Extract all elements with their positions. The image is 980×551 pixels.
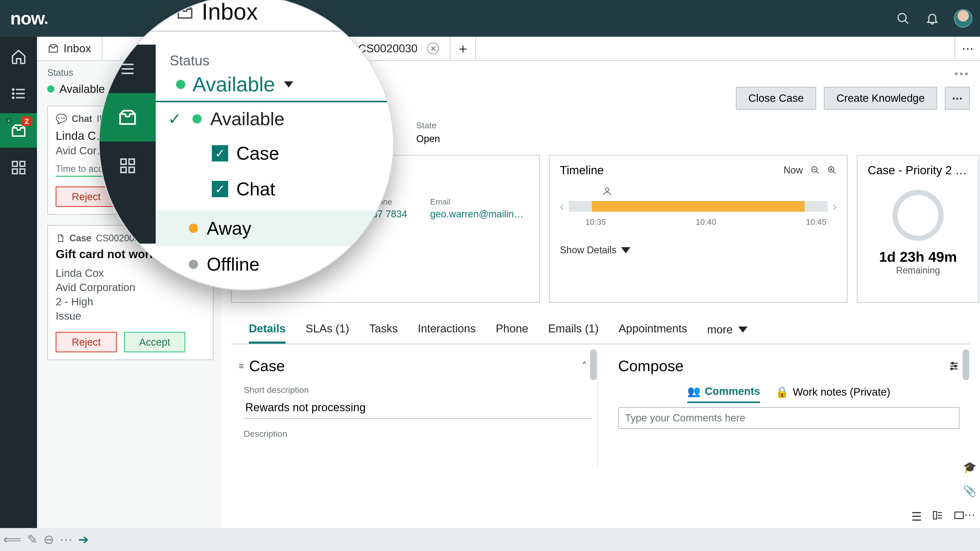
tab-interactions[interactable]: Interactions — [418, 322, 476, 344]
chevron-up-icon[interactable]: ˄ — [582, 360, 587, 372]
chevron-left-icon[interactable]: ‹ — [560, 200, 564, 213]
svg-rect-9 — [20, 162, 25, 166]
page-actions: Close Case Create Knowledge ⋯ — [736, 87, 970, 110]
pencil-icon[interactable]: ✎ — [27, 532, 38, 547]
scrollbar[interactable] — [590, 349, 597, 380]
status-option-available[interactable]: ✓ Available — [166, 108, 285, 129]
new-tab-button[interactable]: ＋ — [450, 37, 476, 60]
sla-gauge-icon — [892, 190, 943, 241]
lens-rail-inbox[interactable] — [100, 93, 156, 141]
attachment-icon[interactable]: 📎 — [963, 485, 977, 497]
status-dot-icon — [189, 224, 198, 233]
user-avatar[interactable] — [954, 9, 972, 27]
circle-minus-icon[interactable]: ⊖ — [43, 532, 54, 547]
timeline-ticks: 10:35 10:40 10:45 — [585, 218, 826, 227]
chevron-down-icon — [284, 81, 293, 87]
tab-inbox[interactable]: Inbox — [37, 37, 103, 60]
detail-compose-row: ≡ Case ˄ Short description Description C… — [221, 345, 980, 467]
channel-toggle-chat[interactable]: ✓ Chat — [212, 179, 275, 200]
tab-slas[interactable]: SLAs (1) — [305, 322, 349, 344]
search-icon[interactable] — [895, 11, 911, 26]
settings-icon[interactable] — [948, 360, 959, 372]
email-value[interactable]: geo.warren@mailin… — [430, 209, 523, 220]
lock-icon: 🔒 — [775, 386, 789, 398]
page-actions-more[interactable]: ⋯ — [945, 87, 970, 110]
lens-status-label: Status — [170, 52, 210, 68]
rail-home[interactable] — [0, 39, 37, 74]
tabstrip-overflow[interactable]: ⋯ — [955, 37, 980, 60]
view-split-icon[interactable] — [932, 510, 943, 524]
scrollbar[interactable] — [963, 349, 969, 380]
tab-details[interactable]: Details — [249, 322, 286, 344]
svg-point-7 — [13, 97, 14, 98]
magnifier-overlay: Inbox Status Available ✓ Available — [100, 0, 393, 289]
tab-phone[interactable]: Phone — [496, 322, 528, 344]
main-overflow-icon[interactable]: ••• — [955, 68, 970, 79]
svg-line-19 — [833, 171, 835, 174]
tab-emails[interactable]: Emails (1) — [548, 322, 599, 344]
view-list-icon[interactable]: ☰ — [912, 510, 922, 524]
timeline-track: ‹ › — [560, 200, 837, 213]
section-title[interactable]: ≡ Case — [239, 357, 285, 375]
rail-list[interactable] — [0, 76, 37, 111]
view-card-icon[interactable] — [953, 510, 965, 524]
rail-inbox-badge: 2 — [21, 116, 32, 126]
check-icon: ✓ — [166, 110, 184, 128]
lens-status-selected: Available — [192, 73, 275, 96]
svg-rect-27 — [934, 511, 937, 519]
rail-inbox[interactable]: 2 — [0, 113, 37, 148]
comments-placeholder: Type your Comments here — [625, 412, 745, 424]
card-category: Issue — [56, 310, 205, 322]
overflow-icon[interactable]: ⋯ — [964, 508, 975, 521]
option-label: Available — [210, 108, 285, 129]
timeline-bar[interactable] — [569, 201, 828, 212]
close-icon[interactable]: ✕ — [427, 43, 439, 54]
svg-line-15 — [816, 171, 819, 174]
education-icon[interactable]: 🎓 — [963, 461, 977, 473]
chevron-right-icon[interactable]: › — [833, 200, 837, 213]
tab-appointments[interactable]: Appointments — [619, 322, 687, 344]
sla-time-remaining: 1d 23h 49m — [868, 248, 968, 265]
show-details-toggle[interactable]: Show Details — [560, 245, 837, 256]
tab-inbox-label: Inbox — [64, 42, 91, 55]
svg-rect-36 — [129, 159, 134, 164]
arrow-right-icon[interactable]: ➔ — [78, 532, 89, 547]
top-app-bar: now — [0, 0, 980, 37]
tab-more[interactable]: more — [707, 322, 748, 344]
compose-tab-worknotes[interactable]: 🔒 Work notes (Private) — [775, 386, 890, 402]
compose-title: Compose — [618, 357, 684, 375]
brand-logo: now — [10, 8, 45, 29]
status-option-offline[interactable]: Offline — [189, 254, 259, 275]
compose-tab-comments[interactable]: 👥 Comments — [687, 385, 760, 403]
option-label: Away — [207, 218, 251, 239]
timeline-now[interactable]: Now — [783, 165, 803, 176]
sla-title: Case - Priority 2 re… — [868, 163, 968, 177]
short-description-input[interactable] — [244, 397, 592, 419]
lens-rail-apps[interactable] — [100, 141, 156, 190]
tab-tasks[interactable]: Tasks — [369, 322, 398, 344]
presence-dot-icon — [6, 118, 11, 123]
lens-status-selector[interactable]: Available — [176, 73, 293, 96]
arrow-left-icon[interactable]: ⟸ — [3, 532, 21, 547]
compose-tab-comments-label: Comments — [705, 385, 760, 397]
detail-tablist: Details SLAs (1) Tasks Interactions Phon… — [231, 310, 970, 345]
reject-button[interactable]: Reject — [56, 332, 117, 352]
accept-button[interactable]: Accept — [124, 332, 185, 352]
svg-point-6 — [13, 93, 14, 94]
rail-apps[interactable] — [0, 150, 37, 185]
channel-toggle-case[interactable]: ✓ Case — [212, 143, 279, 164]
bell-icon[interactable] — [924, 11, 940, 26]
close-case-button[interactable]: Close Case — [736, 87, 816, 110]
zoom-in-icon[interactable] — [827, 165, 837, 175]
zoom-out-icon[interactable] — [811, 165, 820, 175]
create-knowledge-button[interactable]: Create Knowledge — [824, 87, 937, 110]
card-company: Avid Corporation — [56, 281, 205, 294]
drag-handle-icon[interactable]: ≡ — [239, 361, 244, 372]
left-icon-rail: 2 — [0, 37, 37, 551]
sla-panel: Case - Priority 2 re… 1d 23h 49m Remaini… — [857, 155, 979, 303]
dots-circle-icon[interactable]: ⋯ — [60, 532, 73, 547]
status-dot-icon — [192, 114, 202, 124]
channel-label: Case — [236, 143, 279, 164]
svg-point-5 — [13, 89, 14, 90]
comments-input[interactable]: Type your Comments here — [618, 407, 959, 429]
